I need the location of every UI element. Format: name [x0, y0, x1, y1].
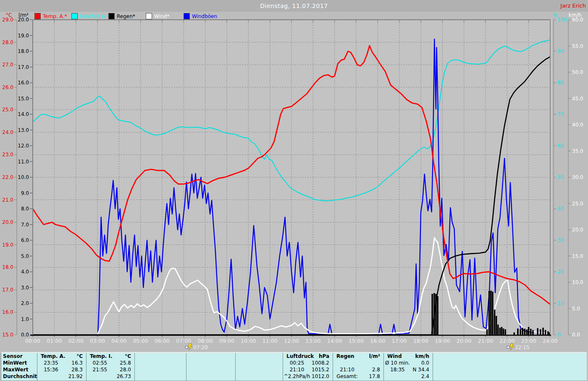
rain-bar: [501, 327, 503, 335]
humidity-tick-label: 80: [557, 80, 564, 86]
stats-group-temp-a: Temp. A.°C 23:3516.3 15:3628.3 21.92: [37, 353, 87, 381]
wind-tick-label: 30.0: [572, 174, 583, 180]
rain-tick-label: 5.0: [21, 253, 29, 259]
x-tick-label: 00:00: [25, 338, 40, 344]
marker-time-label: 07:20: [193, 344, 208, 350]
stats-group-temp-i: Temp. I.°C 02:5525.8 21:5528.0 26.73: [87, 353, 135, 381]
rain-bar: [433, 293, 435, 335]
marker-time-label: 22:15: [515, 344, 530, 350]
rain-bar: [537, 328, 538, 335]
stats-group-empty-4: [433, 353, 587, 381]
rain-bar: [497, 325, 499, 335]
rain-tick-label: 6.0: [21, 237, 29, 243]
stats-group-wind: Windkm/h Ø 10 min.0.0 18:35N 34.4 2.4: [384, 353, 433, 381]
x-tick-label: 03:00: [90, 338, 105, 344]
temp-tick-label: 18.0: [2, 264, 13, 270]
rain-tick-label: 7.0: [21, 222, 29, 228]
weather-chart: 29.028.027.026.025.024.023.022.021.020.0…: [0, 0, 588, 352]
x-tick-label: 07:00: [176, 338, 191, 344]
rain-tick-label: 20.0: [18, 17, 29, 23]
rain-tick-label: 12.0: [18, 143, 29, 149]
stats-row-headers: Sensor MinWert MaxWert Durchschnitt: [1, 353, 37, 381]
stats-group-empty-1: [135, 353, 186, 381]
rain-bar: [504, 329, 506, 335]
rain-bar: [499, 328, 501, 335]
x-tick-label: 16:00: [370, 338, 385, 344]
humidity-tick-label: 50: [557, 174, 564, 180]
x-tick-label: 17:00: [392, 338, 407, 344]
x-tick-label: 05:00: [133, 338, 148, 344]
humidity-tick-label: 30: [557, 237, 564, 243]
lightning-icon: [188, 344, 192, 350]
wind-tick-label: 45.0: [572, 96, 583, 102]
x-tick-label: 19:00: [435, 338, 450, 344]
rain-bar: [488, 291, 490, 335]
temp-tick-label: 24.0: [2, 129, 13, 135]
x-tick-label: 02:00: [68, 338, 84, 344]
rain-tick-label: 19.0: [18, 33, 29, 39]
stats-group-luftdruck: LuftdruckhPa 00:251008.2 21:101015.2 ^2.…: [283, 353, 333, 381]
rain-bar: [494, 310, 496, 335]
rain-bar: [532, 330, 534, 335]
humidity-tick-label: 40: [557, 206, 564, 212]
rain-tick-label: 0.0: [21, 332, 29, 338]
rain-bar: [492, 292, 494, 335]
stats-group-empty-2: [186, 353, 236, 381]
rain-tick-label: 13.0: [18, 127, 29, 133]
rain-bar: [431, 294, 433, 335]
rain-bar: [547, 331, 549, 335]
rain-bar: [524, 328, 526, 335]
rain-bar: [517, 328, 519, 335]
humidity-tick-label: 60: [557, 143, 564, 149]
rain-bar: [522, 328, 524, 335]
x-tick-label: 24:00: [543, 338, 558, 344]
x-tick-label: 21:00: [478, 338, 493, 344]
humidity-tick-label: 20: [557, 269, 564, 275]
x-tick-label: 01:00: [47, 338, 62, 344]
temp-tick-label: 26.0: [2, 84, 13, 90]
temp-tick-label: 17.0: [2, 287, 13, 293]
temp-tick-label: 29.0: [2, 17, 13, 23]
temp-tick-label: 28.0: [2, 39, 13, 45]
wind-tick-label: 10.0: [572, 279, 583, 285]
rain-tick-label: 11.0: [18, 159, 29, 165]
x-tick-label: 18:00: [413, 338, 428, 344]
rain-tick-label: 4.0: [21, 269, 29, 275]
x-tick-label: 11:00: [262, 338, 278, 344]
rain-tick-label: 15.0: [18, 96, 29, 102]
rain-bar: [528, 327, 530, 335]
rain-bar: [540, 329, 541, 335]
rain-bar: [486, 329, 488, 335]
rain-tick-label: 2.0: [21, 300, 29, 306]
rain-bar: [437, 296, 438, 335]
weather-app-window: Dienstag, 11.07.2017 Jarz Erich °C l/m² …: [0, 0, 588, 381]
rain-bar: [530, 329, 532, 335]
temp-tick-label: 23.0: [2, 152, 13, 158]
rain-tick-label: 8.0: [21, 206, 29, 212]
rain-bar: [435, 294, 437, 335]
wind-tick-label: 55.0: [572, 43, 583, 49]
x-tick-label: 22:00: [499, 338, 514, 344]
rain-bar: [526, 329, 528, 335]
x-tick-label: 20:00: [457, 338, 472, 344]
temp-tick-label: 22.0: [2, 174, 13, 180]
x-tick-label: 13:00: [305, 338, 320, 344]
wind-tick-label: 15.0: [572, 253, 583, 259]
x-tick-label: 23:00: [521, 338, 536, 344]
x-tick-label: 15:00: [349, 338, 364, 344]
marker-base-icon: [507, 346, 509, 348]
rain-tick-label: 17.0: [18, 64, 29, 70]
temp-tick-label: 19.0: [2, 242, 13, 248]
x-tick-label: 06:00: [155, 338, 170, 344]
rain-tick-label: 1.0: [21, 316, 29, 322]
humidity-tick-label: 10: [557, 300, 564, 306]
humidity-tick-label: 100: [557, 17, 567, 23]
humidity-tick-label: 0: [557, 332, 561, 338]
marker-base-icon: [185, 346, 188, 348]
x-tick-label: 12:00: [284, 338, 299, 344]
temp-tick-label: 20.0: [2, 219, 13, 225]
stats-group-empty-3: [236, 353, 283, 381]
rain-tick-label: 18.0: [18, 48, 29, 54]
x-tick-label: 04:00: [111, 338, 126, 344]
temp-tick-label: 21.0: [2, 197, 13, 203]
